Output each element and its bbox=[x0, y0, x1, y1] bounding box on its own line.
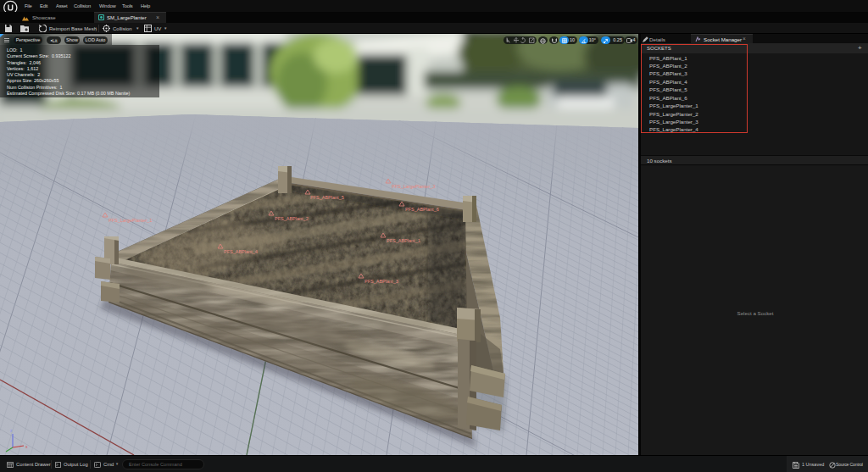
svg-text:PFS_LargePlanter_3: PFS_LargePlanter_3 bbox=[392, 184, 435, 189]
svg-text:PFS_ABPlant_2: PFS_ABPlant_2 bbox=[275, 216, 309, 221]
svg-text:PFS_LargePlanter_1: PFS_LargePlanter_1 bbox=[108, 218, 152, 223]
svg-text:PFS_ABPlant_4: PFS_ABPlant_4 bbox=[224, 249, 258, 254]
svg-text:PFS_ABPlant_1: PFS_ABPlant_1 bbox=[387, 238, 420, 243]
svg-text:PFS_ABPlant_5: PFS_ABPlant_5 bbox=[310, 195, 344, 200]
svg-text:PFS_ABPlant_6: PFS_ABPlant_6 bbox=[405, 207, 439, 212]
svg-text:PFS_ABPlant_3: PFS_ABPlant_3 bbox=[364, 279, 398, 284]
